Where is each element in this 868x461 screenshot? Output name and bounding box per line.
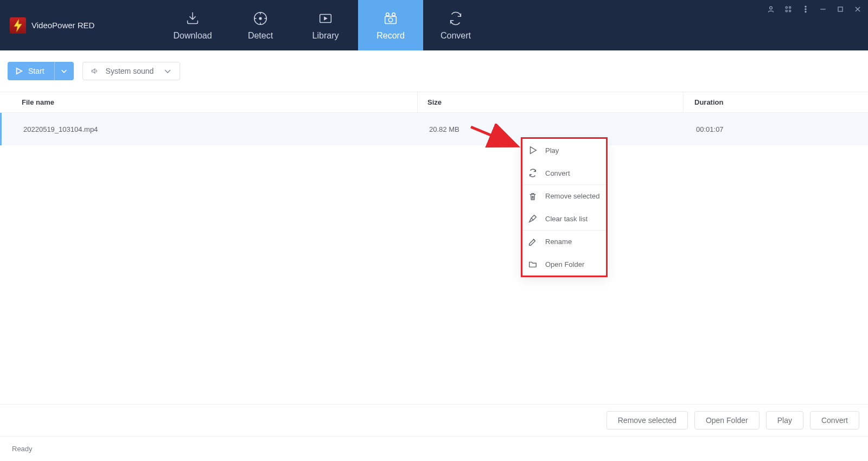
ctx-open-folder[interactable]: Open Folder: [522, 253, 606, 276]
window-controls: [766, 4, 863, 14]
menu-icon[interactable]: [801, 4, 810, 14]
svg-point-15: [805, 9, 806, 10]
tab-convert[interactable]: Convert: [423, 0, 488, 50]
ctx-remove-selected[interactable]: Remove selected: [522, 184, 606, 207]
svg-point-13: [789, 10, 791, 12]
chevron-down-icon: [60, 67, 68, 75]
action-bar: Remove selected Open Folder Play Convert: [0, 404, 868, 437]
svg-point-8: [388, 18, 393, 22]
ctx-label: Convert: [545, 169, 570, 177]
maximize-icon[interactable]: [835, 4, 845, 14]
convert-icon: [448, 10, 464, 27]
play-icon: [528, 145, 538, 155]
convert-button[interactable]: Convert: [810, 411, 859, 430]
btn-label: Open Folder: [706, 416, 748, 425]
svg-marker-21: [17, 68, 22, 74]
remove-selected-button[interactable]: Remove selected: [607, 411, 688, 430]
btn-label: Convert: [821, 416, 848, 425]
tab-record[interactable]: Record: [358, 0, 423, 50]
status-text: Ready: [12, 445, 33, 453]
record-icon: [382, 10, 399, 27]
ctx-label: Play: [545, 146, 559, 155]
speaker-icon: [91, 67, 99, 75]
ctx-label: Clear task list: [545, 215, 588, 223]
chevron-down-icon: [163, 67, 172, 75]
close-icon[interactable]: [853, 4, 863, 14]
context-menu: Play Convert Remove selected Clear task …: [521, 137, 608, 277]
apps-icon[interactable]: [783, 4, 793, 14]
svg-point-14: [805, 6, 806, 7]
svg-point-10: [786, 7, 787, 8]
start-button-label: Start: [28, 67, 44, 75]
svg-line-23: [471, 127, 515, 145]
nav-tabs: Download Detect Library Record Convert: [157, 0, 488, 50]
ctx-play[interactable]: Play: [522, 139, 606, 162]
trash-icon: [528, 191, 538, 201]
tab-detect[interactable]: Detect: [228, 0, 293, 50]
svg-marker-24: [531, 147, 537, 154]
app-title: VideoPower RED: [31, 21, 94, 30]
status-bar: Ready: [0, 437, 868, 461]
svg-point-11: [789, 7, 791, 8]
column-header-size[interactable]: Size: [418, 92, 684, 112]
svg-point-9: [770, 7, 773, 9]
open-folder-button[interactable]: Open Folder: [694, 411, 760, 430]
tab-download[interactable]: Download: [157, 0, 228, 50]
play-icon: [15, 67, 23, 75]
table-row[interactable]: 20220519_103104.mp4 20.82 MB 00:01:07: [0, 113, 868, 145]
user-icon[interactable]: [766, 4, 776, 14]
library-icon: [317, 10, 334, 27]
app-brand: VideoPower RED: [0, 0, 157, 50]
ctx-label: Remove selected: [545, 192, 599, 200]
cell-duration: 00:01:07: [685, 113, 868, 145]
sound-source-dropdown[interactable]: System sound: [82, 62, 181, 80]
toolbar: Start System sound: [0, 50, 868, 92]
broom-icon: [528, 214, 538, 223]
ctx-label: Rename: [545, 238, 572, 246]
svg-point-5: [386, 12, 390, 16]
svg-marker-0: [14, 19, 22, 32]
btn-label: Remove selected: [618, 416, 676, 425]
svg-point-12: [786, 10, 787, 12]
start-button[interactable]: Start: [8, 62, 54, 80]
btn-label: Play: [777, 416, 792, 425]
table-body: 20220519_103104.mp4 20.82 MB 00:01:07 Pl…: [0, 113, 868, 145]
tab-library[interactable]: Library: [293, 0, 358, 50]
detect-icon: [252, 10, 269, 27]
top-bar: VideoPower RED Download Detect Library R…: [0, 0, 868, 50]
minimize-icon[interactable]: [818, 4, 828, 14]
ctx-rename[interactable]: Rename: [522, 230, 606, 253]
start-dropdown[interactable]: [54, 62, 74, 80]
pencil-icon: [528, 237, 538, 247]
table-header: File name Size Duration: [0, 92, 868, 113]
svg-point-2: [259, 17, 261, 20]
cell-filename: 20220519_103104.mp4: [2, 113, 419, 145]
svg-point-6: [392, 12, 395, 16]
sound-label: System sound: [106, 67, 154, 75]
ctx-clear-task-list[interactable]: Clear task list: [522, 207, 606, 230]
tab-label: Record: [376, 31, 405, 41]
tab-label: Detect: [248, 31, 273, 41]
svg-point-16: [805, 11, 806, 12]
start-button-group: Start: [8, 62, 74, 80]
play-button[interactable]: Play: [766, 411, 803, 430]
ctx-convert[interactable]: Convert: [522, 162, 606, 184]
download-icon: [184, 10, 201, 27]
app-logo-icon: [10, 17, 26, 34]
tab-label: Convert: [441, 31, 471, 41]
ctx-label: Open Folder: [545, 260, 584, 268]
svg-rect-18: [838, 7, 843, 11]
svg-marker-4: [324, 16, 328, 21]
tab-label: Download: [173, 31, 212, 41]
column-header-name[interactable]: File name: [0, 92, 418, 112]
folder-icon: [528, 259, 538, 269]
column-header-duration[interactable]: Duration: [684, 92, 868, 112]
svg-rect-7: [385, 16, 397, 23]
tab-label: Library: [312, 31, 339, 41]
convert-icon: [528, 168, 538, 178]
annotation-arrow: [469, 124, 521, 151]
